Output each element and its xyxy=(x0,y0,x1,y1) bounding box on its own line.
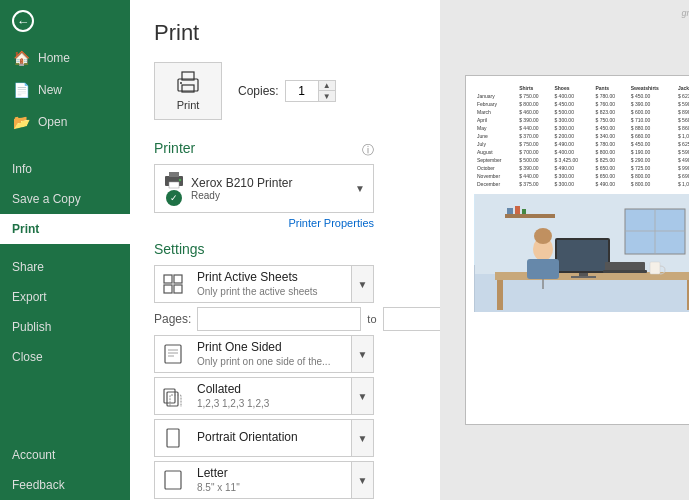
svg-rect-19 xyxy=(167,429,179,447)
sidebar-item-print[interactable]: Print xyxy=(0,214,130,244)
sidebar-item-feedback[interactable]: Feedback xyxy=(0,470,130,500)
setting-active-sheets[interactable]: Print Active Sheets Only print the activ… xyxy=(154,265,374,303)
sheet-row-0: January$ 750.00$ 400.00$ 780.00$ 450.00$… xyxy=(474,92,689,100)
back-button[interactable]: ← xyxy=(0,0,130,42)
sidebar-item-account-label: Account xyxy=(12,448,55,462)
cell-11-4: $ 800.00 xyxy=(628,180,675,188)
sidebar-item-new[interactable]: 📄 New xyxy=(0,74,130,106)
desk-svg xyxy=(474,194,689,312)
cell-9-2: $ 490.00 xyxy=(551,164,592,172)
cell-0-4: $ 450.00 xyxy=(628,92,675,100)
sidebar-item-save-copy-label: Save a Copy xyxy=(12,192,81,206)
setting-collated[interactable]: Collated 1,2,3 1,2,3 1,2,3 ▼ xyxy=(154,377,374,415)
orientation-dropdown[interactable]: ▼ xyxy=(351,420,373,456)
sidebar-item-close[interactable]: Close xyxy=(0,342,130,372)
svg-rect-39 xyxy=(557,240,608,271)
content-wrapper: Print Print Copies: ▲ ▼ xyxy=(130,0,689,500)
sidebar-item-home[interactable]: 🏠 Home xyxy=(0,42,130,74)
setting-orientation[interactable]: Portrait Orientation ▼ xyxy=(154,419,374,457)
cell-10-1: $ 440.00 xyxy=(516,172,551,180)
svg-rect-48 xyxy=(650,262,660,274)
svg-rect-20 xyxy=(165,471,181,489)
cell-10-0: November xyxy=(474,172,516,180)
pages-to-label: to xyxy=(367,313,376,325)
cell-8-0: September xyxy=(474,156,516,164)
sidebar-item-info[interactable]: Info xyxy=(0,154,130,184)
one-sided-text: Print One Sided Only print on one side o… xyxy=(191,336,351,372)
sidebar-item-home-label: Home xyxy=(38,51,70,65)
print-button[interactable]: Print xyxy=(154,62,222,120)
cell-11-0: December xyxy=(474,180,516,188)
active-sheets-sub: Only print the active sheets xyxy=(197,286,345,298)
setting-paper-size[interactable]: Letter 8.5" x 11" ▼ xyxy=(154,461,374,499)
cell-6-4: $ 450.00 xyxy=(628,140,675,148)
page-title: Print xyxy=(154,20,420,46)
sidebar-item-share[interactable]: Share xyxy=(0,252,130,282)
cell-10-4: $ 800.00 xyxy=(628,172,675,180)
new-icon: 📄 xyxy=(12,82,30,98)
pages-to-input[interactable] xyxy=(383,307,440,331)
sidebar-item-export[interactable]: Export xyxy=(0,282,130,312)
svg-point-43 xyxy=(534,228,552,244)
cell-2-5: $ 890.00 xyxy=(675,108,689,116)
printer-properties-link[interactable]: Printer Properties xyxy=(154,217,374,229)
active-sheets-text: Print Active Sheets Only print the activ… xyxy=(191,266,351,302)
one-sided-dropdown[interactable]: ▼ xyxy=(351,336,373,372)
copies-input[interactable] xyxy=(286,82,318,100)
sidebar-item-close-label: Close xyxy=(12,350,43,364)
printer-info: ✓ Xerox B210 Printer Ready xyxy=(163,171,292,206)
collated-main: Collated xyxy=(197,382,345,398)
printer-details: Xerox B210 Printer Ready xyxy=(191,176,292,201)
cell-1-3: $ 760.00 xyxy=(592,100,627,108)
cell-6-2: $ 490.00 xyxy=(551,140,592,148)
cell-1-0: February xyxy=(474,100,516,108)
cell-5-4: $ 660.00 xyxy=(628,132,675,140)
preview-page: Shirts Shoes Pants Sweatshirts Jackets J… xyxy=(465,75,689,425)
copies-decrement[interactable]: ▼ xyxy=(319,91,335,101)
printer-select[interactable]: ✓ Xerox B210 Printer Ready ▼ xyxy=(154,164,374,213)
cell-0-0: January xyxy=(474,92,516,100)
svg-rect-12 xyxy=(165,345,181,363)
sheet-row-4: May$ 440.00$ 300.00$ 450.00$ 880.00$ 860… xyxy=(474,124,689,132)
cell-5-1: $ 370.00 xyxy=(516,132,551,140)
cell-8-3: $ 825.00 xyxy=(592,156,627,164)
pages-from-input[interactable] xyxy=(197,307,361,331)
cell-5-3: $ 340.00 xyxy=(592,132,627,140)
collated-dropdown[interactable]: ▼ xyxy=(351,378,373,414)
cell-6-3: $ 780.00 xyxy=(592,140,627,148)
svg-rect-31 xyxy=(522,209,526,214)
copies-spinner: ▲ ▼ xyxy=(318,81,335,101)
cell-4-5: $ 860.00 xyxy=(675,124,689,132)
orientation-text: Portrait Orientation xyxy=(191,426,351,450)
cell-1-2: $ 450.00 xyxy=(551,100,592,108)
sidebar-item-save-copy[interactable]: Save a Copy xyxy=(0,184,130,214)
cell-4-3: $ 450.00 xyxy=(592,124,627,132)
info-icon[interactable]: ⓘ xyxy=(362,142,374,159)
settings-section-title: Settings xyxy=(154,241,420,257)
cell-9-0: October xyxy=(474,164,516,172)
cell-3-2: $ 300.00 xyxy=(551,116,592,124)
cell-0-3: $ 780.00 xyxy=(592,92,627,100)
svg-rect-9 xyxy=(174,275,182,283)
cell-7-0: August xyxy=(474,148,516,156)
paper-size-dropdown[interactable]: ▼ xyxy=(351,462,373,498)
sidebar-item-open[interactable]: 📂 Open xyxy=(0,106,130,138)
copies-increment[interactable]: ▲ xyxy=(319,81,335,91)
sheet-row-3: April$ 390.00$ 300.00$ 750.00$ 710.00$ 5… xyxy=(474,116,689,124)
cell-7-2: $ 400.00 xyxy=(551,148,592,156)
sidebar-item-account[interactable]: Account xyxy=(0,440,130,470)
svg-rect-41 xyxy=(571,276,596,278)
active-sheets-dropdown[interactable]: ▼ xyxy=(351,266,373,302)
print-button-label: Print xyxy=(177,99,200,111)
cell-2-4: $ 600.00 xyxy=(628,108,675,116)
one-sided-icon xyxy=(155,336,191,372)
cell-10-2: $ 300.00 xyxy=(551,172,592,180)
svg-rect-44 xyxy=(527,259,559,279)
printer-section: Printer ⓘ ✓ Xerox B210 Pri xyxy=(154,136,420,229)
cell-11-2: $ 300.00 xyxy=(551,180,592,188)
home-icon: 🏠 xyxy=(12,50,30,66)
orientation-main: Portrait Orientation xyxy=(197,430,345,446)
sidebar-item-publish[interactable]: Publish xyxy=(0,312,130,342)
setting-one-sided[interactable]: Print One Sided Only print on one side o… xyxy=(154,335,374,373)
watermark: groovyPost.com xyxy=(681,8,689,18)
